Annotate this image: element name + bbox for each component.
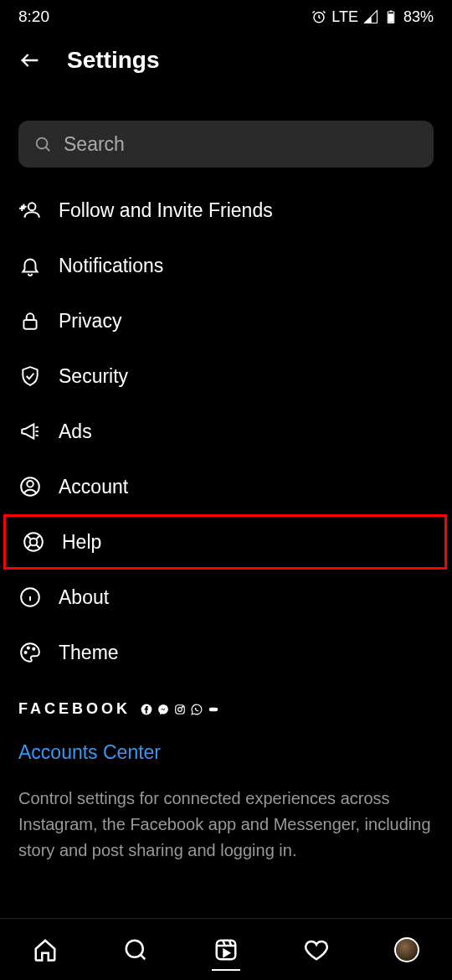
svg-point-5 [28,203,36,210]
shield-icon [18,364,42,388]
menu-item-help[interactable]: Help [3,514,447,570]
page-title: Settings [67,47,159,74]
svg-point-4 [37,138,48,149]
menu-label: Ads [59,420,92,443]
svg-point-14 [33,648,34,650]
search-icon [33,135,52,153]
oculus-icon [208,704,219,715]
svg-point-12 [25,652,27,653]
menu-label: Follow and Invite Friends [59,199,273,222]
lock-icon [18,309,42,333]
nav-search[interactable] [123,937,148,962]
svg-rect-3 [389,11,392,13]
status-time: 8:20 [18,8,49,26]
facebook-logo: FACEBOOK [18,700,131,718]
svg-point-8 [27,481,33,487]
menu-item-theme[interactable]: Theme [0,625,452,680]
facebook-icon [141,704,152,715]
home-icon [33,937,58,962]
megaphone-icon [18,420,42,443]
menu-item-security[interactable]: Security [0,348,452,404]
menu-item-notifications[interactable]: Notifications [0,238,452,293]
facebook-section: FACEBOOK Accounts Center Control setting… [0,680,452,864]
accounts-center-link[interactable]: Accounts Center [18,741,434,764]
svg-point-13 [28,647,29,649]
palette-icon [18,641,42,664]
info-icon [18,585,42,609]
nav-activity[interactable] [304,937,329,962]
facebook-product-icons [141,704,219,715]
add-user-icon [18,199,42,222]
alarm-icon [311,9,326,24]
bell-icon [18,254,42,277]
svg-point-10 [30,539,38,546]
menu-item-about[interactable]: About [0,570,452,625]
menu-label: Notifications [59,255,163,277]
bottom-nav [0,918,452,980]
header: Settings [0,34,452,87]
lifebuoy-icon [22,530,45,554]
menu-label: Privacy [59,310,121,333]
network-label: LTE [331,8,358,26]
menu-label: Help [62,531,101,554]
menu-label: Theme [59,642,119,664]
search-icon [123,937,148,962]
status-right: LTE 83% [311,8,434,26]
nav-profile[interactable] [394,937,419,962]
status-bar: 8:20 LTE 83% [0,0,452,34]
instagram-icon [174,704,186,715]
reels-icon [213,937,239,962]
menu-label: About [59,586,109,609]
nav-home[interactable] [33,937,58,962]
nav-reels[interactable] [213,937,239,962]
search-placeholder: Search [64,133,125,156]
battery-icon [383,9,398,24]
avatar [394,937,419,962]
svg-point-17 [178,707,182,711]
svg-point-18 [182,706,183,707]
signal-icon [363,9,378,24]
heart-icon [304,937,329,962]
account-icon [18,475,42,498]
messenger-icon [157,704,169,715]
back-icon[interactable] [18,49,42,72]
search-input[interactable]: Search [18,121,434,168]
accounts-center-description: Control settings for connected experienc… [18,786,434,864]
svg-rect-2 [388,13,393,23]
battery-percent: 83% [403,8,434,26]
settings-menu: Follow and Invite Friends Notifications … [0,183,452,680]
menu-item-privacy[interactable]: Privacy [0,293,452,348]
svg-rect-6 [23,320,36,329]
menu-item-account[interactable]: Account [0,459,452,514]
svg-rect-19 [209,707,218,711]
whatsapp-icon [191,704,203,715]
menu-label: Account [59,476,128,498]
menu-item-follow-invite[interactable]: Follow and Invite Friends [0,183,452,238]
svg-rect-21 [217,940,236,959]
menu-item-ads[interactable]: Ads [0,404,452,459]
menu-label: Security [59,365,128,388]
